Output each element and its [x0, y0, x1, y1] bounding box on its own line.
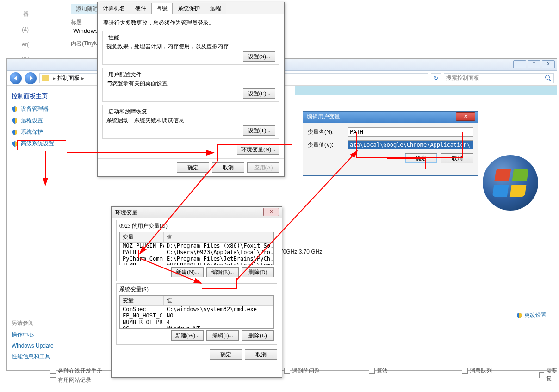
perf-group: 性能 视觉效果，处理器计划，内存使用，以及虚拟内存 设置(S)... [102, 31, 280, 65]
cpu-info-text: 70GHz 3.70 GHz [280, 249, 322, 255]
title-label: 标题 [71, 19, 82, 26]
checkbox-row[interactable]: 算法 [369, 367, 388, 375]
checkbox-label: 各种在线开发手册 [58, 367, 102, 375]
col-variable: 变量 [120, 296, 164, 305]
admin-note: 要进行大多数更改，您必须作为管理员登录。 [103, 19, 279, 27]
table-row[interactable]: FP_NO_HOST_C...NO [120, 312, 273, 319]
env-vars-titlebar[interactable]: 环境变量 ✕ [112, 207, 282, 218]
sys-vars-table[interactable]: 变量值 ComSpecC:\windows\system32\cmd.exe F… [119, 295, 274, 329]
cell: NO [164, 312, 273, 319]
cell: D:\Program Files (x86)\Foxit So... [164, 243, 273, 249]
gutter-text: (4) [2, 26, 31, 33]
checkbox-row[interactable]: 各种在线开发手册 [50, 367, 102, 375]
table-row[interactable]: PATHC:\Users\0923\AppData\Local\Pro... [120, 249, 273, 255]
edit-var-titlebar[interactable]: 编辑用户变量 ✕ [303, 112, 478, 123]
cancel-button[interactable]: 取消 [245, 349, 277, 360]
tab-advanced[interactable]: 高级 [151, 3, 173, 14]
tab-remote[interactable]: 远程 [205, 3, 226, 14]
sidebar-item-label: 高级系统设置 [21, 140, 54, 148]
sys-vars-title: 系统变量(S) [119, 286, 274, 293]
tab-protection[interactable]: 系统保护 [173, 3, 205, 14]
user-vars-table[interactable]: 变量值 MOZ_PLUGIN_PATHD:\Program Files (x86… [119, 232, 274, 265]
gutter-text: er( [2, 41, 31, 48]
shield-icon [12, 118, 18, 124]
sidebar-item-remote[interactable]: 远程设置 [12, 117, 99, 124]
checkbox-icon[interactable] [539, 372, 544, 378]
minimize-button[interactable]: — [513, 60, 526, 68]
sys-new-button[interactable]: 新建(W)... [171, 330, 204, 341]
close-button[interactable]: ✕ [456, 112, 475, 121]
table-row[interactable]: PyCharm Comm...E:\Program Files\JetBrain… [120, 255, 273, 262]
checkbox-row[interactable]: 需要复 [539, 367, 559, 383]
close-button[interactable]: x [542, 60, 555, 68]
cancel-button[interactable]: 取消 [212, 162, 244, 173]
ok-button[interactable]: 确定 [177, 162, 209, 173]
cell: FP_NO_HOST_C... [120, 312, 164, 319]
user-edit-button[interactable]: 编辑(E)... [206, 267, 239, 277]
cell: 4 [164, 319, 273, 325]
sidebar-item-label: 系统保护 [21, 128, 43, 136]
apply-button[interactable]: 应用(A) [247, 162, 280, 173]
ok-button[interactable]: 确定 [210, 349, 242, 360]
link-action-center[interactable]: 操作中心 [12, 331, 99, 339]
search-icon [545, 75, 552, 81]
table-row[interactable]: TEMP%USERPROFILE%\AppData\Local\Temp [120, 262, 273, 265]
table-row[interactable]: NUMBER_OF_PR...4 [120, 319, 273, 325]
checkbox-row[interactable]: 消息队列 [462, 367, 492, 375]
sys-edit-button[interactable]: 编辑(I)... [206, 330, 239, 341]
sidebar-title: 控制面板主页 [12, 92, 99, 100]
col-value: 值 [164, 232, 273, 242]
cell: E:\Program Files\JetBrains\PyCh... [164, 255, 273, 262]
var-value-input[interactable] [348, 140, 473, 149]
change-settings-label: 更改设置 [524, 311, 547, 319]
perf-settings-button[interactable]: 设置(S)... [243, 51, 275, 62]
sys-delete-button[interactable]: 删除(L) [242, 330, 274, 341]
perf-title: 性能 [106, 34, 275, 42]
checkbox-icon[interactable] [369, 368, 375, 374]
system-properties-dialog: 计算机名 硬件 高级 系统保护 远程 要进行大多数更改，您必须作为管理员登录。 … [97, 2, 285, 177]
checkbox-icon[interactable] [50, 377, 56, 383]
forward-button[interactable] [25, 72, 37, 84]
var-name-input[interactable] [348, 127, 473, 137]
userprofile-desc: 与您登录有关的桌面设置 [106, 80, 275, 87]
cancel-button[interactable]: 取消 [441, 153, 473, 163]
cell: OS [120, 325, 164, 329]
checkbox-icon[interactable] [50, 368, 56, 374]
userprofile-settings-button[interactable]: 设置(E)... [243, 88, 275, 99]
sidebar-item-label: 设备管理器 [21, 105, 49, 113]
user-delete-button[interactable]: 删除(D) [242, 267, 274, 277]
checkbox-row[interactable]: 遇到的问题 [284, 367, 320, 375]
startup-settings-button[interactable]: 设置(T)... [243, 125, 275, 136]
checkbox-row[interactable]: 有用网站记录 [50, 376, 91, 384]
link-perf-info[interactable]: 性能信息和工具 [12, 353, 99, 361]
close-button[interactable]: ✕ [263, 208, 279, 216]
user-new-button[interactable]: 新建(N)... [171, 267, 204, 277]
change-settings-link[interactable]: 更改设置 [516, 311, 547, 319]
refresh-button[interactable]: ↻ [431, 73, 441, 83]
breadcrumb-sep: ▸ [53, 75, 56, 81]
back-button[interactable] [10, 72, 22, 84]
sidebar-item-advanced[interactable]: 高级系统设置 [12, 140, 99, 148]
ok-button[interactable]: 确定 [405, 153, 437, 163]
link-windows-update[interactable]: Windows Update [12, 342, 99, 349]
sidebar-item-device-manager[interactable]: 设备管理器 [12, 105, 99, 113]
table-row[interactable]: MOZ_PLUGIN_PATHD:\Program Files (x86)\Fo… [120, 243, 273, 249]
user-vars-group: 0923 的用户变量(U) 变量值 MOZ_PLUGIN_PATHD:\Prog… [116, 220, 277, 281]
edit-var-title: 编辑用户变量 [307, 113, 340, 120]
checkbox-icon[interactable] [462, 368, 468, 374]
startup-desc: 系统启动、系统失败和调试信息 [106, 117, 275, 124]
table-row[interactable]: OSWindows NT [120, 325, 273, 329]
tab-computer-name[interactable]: 计算机名 [98, 3, 130, 14]
windows-logo [483, 155, 543, 215]
search-input[interactable]: 搜索控制面板 [444, 73, 554, 83]
env-vars-button[interactable]: 环境变量(N)... [237, 144, 280, 155]
control-panel-sidebar: 控制面板主页 设备管理器 远程设置 系统保护 高级系统设置 另请参阅 操作中心 … [7, 86, 104, 370]
sidebar-item-protection[interactable]: 系统保护 [12, 128, 99, 136]
checkbox-label: 遇到的问题 [292, 367, 320, 375]
maximize-button[interactable]: □ [528, 60, 540, 68]
breadcrumb-item[interactable]: 控制面板 [57, 74, 80, 82]
table-row[interactable]: ComSpecC:\windows\system32\cmd.exe [120, 306, 273, 312]
checkbox-icon[interactable] [284, 368, 290, 374]
tab-hardware[interactable]: 硬件 [130, 3, 151, 14]
sys-vars-group: 系统变量(S) 变量值 ComSpecC:\windows\system32\c… [116, 283, 277, 345]
